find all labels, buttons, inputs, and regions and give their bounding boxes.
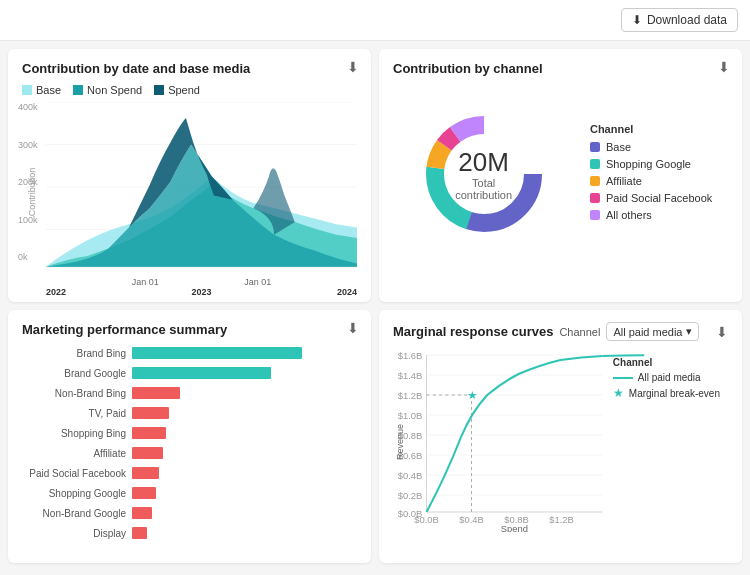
bar-row: TV, Paid: [22, 405, 357, 421]
channel-label-others: All others: [606, 209, 652, 221]
svg-text:$1.6B: $1.6B: [398, 351, 423, 361]
svg-text:$1.0B: $1.0B: [398, 411, 423, 421]
channel-selector-label: All paid media: [613, 326, 682, 338]
channel-dot-facebook: [590, 193, 600, 203]
svg-text:$0.4B: $0.4B: [398, 471, 423, 481]
legend-star-label: Marginal break-even: [629, 388, 720, 399]
card2-title: Contribution by channel: [393, 61, 728, 76]
x-date-labels: Jan 01Jan 01: [46, 275, 357, 287]
donut-value: 20M: [446, 148, 521, 177]
donut-container: 20M Total contribution Channel Base Shop…: [393, 84, 728, 264]
bar-row: Shopping Bing: [22, 425, 357, 441]
bar-row: Brand Bing: [22, 345, 357, 361]
bar-label: Shopping Bing: [22, 428, 132, 439]
channel-item-base: Base: [590, 141, 712, 153]
legend-base: Base: [22, 84, 61, 96]
download-data-button[interactable]: ⬇ Download data: [621, 8, 738, 32]
bar-fill: [132, 447, 163, 459]
channel-item-google: Shopping Google: [590, 158, 712, 170]
card4-download-icon[interactable]: ⬇: [716, 324, 728, 340]
svg-text:Spend: Spend: [501, 524, 528, 532]
channel-dot-base: [590, 142, 600, 152]
download-icon: ⬇: [632, 13, 642, 27]
donut-chart: 20M Total contribution: [409, 99, 559, 249]
bar-fill: [132, 347, 302, 359]
bar-fill: [132, 367, 271, 379]
marginal-chart: Channel All paid media ★ Marginal break-…: [393, 347, 728, 532]
legend-spend-dot: [154, 85, 164, 95]
legend-star-item: ★ Marginal break-even: [613, 386, 720, 400]
bar-row: Shopping Google: [22, 485, 357, 501]
channel-item-facebook: Paid Social Facebook: [590, 192, 712, 204]
bar-label: Display: [22, 528, 132, 539]
svg-text:$0.2B: $0.2B: [398, 491, 423, 501]
bar-label: Shopping Google: [22, 488, 132, 499]
bar-chart: Brand BingBrand GoogleNon-Brand BingTV, …: [22, 345, 357, 545]
channel-label-affiliate: Affiliate: [606, 175, 642, 187]
channel-label-google: Shopping Google: [606, 158, 691, 170]
bar-fill: [132, 487, 156, 499]
card4-title: Marginal response curves: [393, 324, 553, 339]
channel-legend-title: Channel: [590, 123, 712, 135]
y-ticks: 400k300k200k100k0k: [18, 102, 38, 262]
bar-label: Non-Brand Google: [22, 508, 132, 519]
channel-dot-google: [590, 159, 600, 169]
bar-label: Brand Google: [22, 368, 132, 379]
card3-title: Marketing performance summary: [22, 322, 357, 337]
legend-nonspend-dot: [73, 85, 83, 95]
svg-text:$1.2B: $1.2B: [398, 391, 423, 401]
bar-label: Affiliate: [22, 448, 132, 459]
legend-line-label: All paid media: [638, 372, 701, 383]
bar-row: Display: [22, 525, 357, 541]
bar-row: Paid Social Facebook: [22, 465, 357, 481]
legend-base-dot: [22, 85, 32, 95]
legend-spend: Spend: [154, 84, 200, 96]
card-marginal-response: Marginal response curves Channel All pai…: [379, 310, 742, 563]
svg-text:$1.2B: $1.2B: [549, 515, 574, 525]
legend-line-item: All paid media: [613, 372, 720, 383]
bar-row: Brand Google: [22, 365, 357, 381]
bar-fill: [132, 507, 152, 519]
bar-row: Affiliate: [22, 445, 357, 461]
marginal-legend: Channel All paid media ★ Marginal break-…: [613, 357, 720, 403]
bar-label: TV, Paid: [22, 408, 132, 419]
card-contribution-date: Contribution by date and base media ⬇ Ba…: [8, 49, 371, 302]
channel-legend: Channel Base Shopping Google Affiliate P…: [590, 123, 712, 226]
bar-row: Non-Brand Bing: [22, 385, 357, 401]
channel-dot-others: [590, 210, 600, 220]
bar-fill: [132, 387, 180, 399]
channel-item-affiliate: Affiliate: [590, 175, 712, 187]
bar-row: Non-Brand Google: [22, 505, 357, 521]
legend-spend-label: Spend: [168, 84, 200, 96]
legend-nonspend-label: Non Spend: [87, 84, 142, 96]
channel-text: Channel: [559, 326, 600, 338]
card2-download-icon[interactable]: ⬇: [718, 59, 730, 75]
card1-download-icon[interactable]: ⬇: [347, 59, 359, 75]
marginal-legend-title: Channel: [613, 357, 720, 368]
star-icon: ★: [613, 386, 624, 400]
download-label: Download data: [647, 13, 727, 27]
bar-fill: [132, 527, 147, 539]
card1-legend: Base Non Spend Spend: [22, 84, 357, 96]
top-bar: ⬇ Download data: [0, 0, 750, 41]
bar-fill: [132, 407, 169, 419]
marginal-header: Marginal response curves Channel All pai…: [393, 322, 728, 341]
bar-label: Non-Brand Bing: [22, 388, 132, 399]
dashboard-grid: Contribution by date and base media ⬇ Ba…: [0, 41, 750, 571]
svg-text:★: ★: [467, 389, 477, 401]
svg-text:$0.0B: $0.0B: [414, 515, 439, 525]
chevron-down-icon: ▾: [686, 325, 692, 338]
donut-center: 20M Total contribution: [446, 148, 521, 201]
bar-fill: [132, 467, 159, 479]
channel-selector[interactable]: All paid media ▾: [606, 322, 699, 341]
donut-label: Total contribution: [446, 176, 521, 200]
area-chart-svg: [46, 102, 357, 272]
svg-text:Revenue: Revenue: [395, 424, 405, 460]
legend-nonspend: Non Spend: [73, 84, 142, 96]
bar-fill: [132, 427, 166, 439]
channel-dot-affiliate: [590, 176, 600, 186]
card3-download-icon[interactable]: ⬇: [347, 320, 359, 336]
svg-text:$1.4B: $1.4B: [398, 371, 423, 381]
channel-label-base: Base: [606, 141, 631, 153]
card-contribution-channel: Contribution by channel ⬇: [379, 49, 742, 302]
